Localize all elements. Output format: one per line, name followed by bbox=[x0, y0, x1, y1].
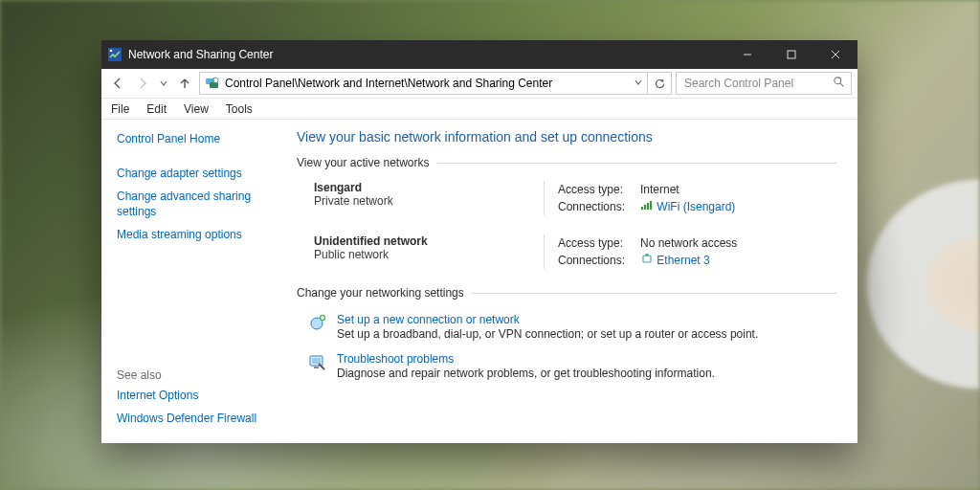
svg-point-9 bbox=[835, 78, 841, 84]
sidebar-home-link[interactable]: Control Panel Home bbox=[117, 131, 279, 146]
net1-access-value: Internet bbox=[640, 181, 679, 198]
sidebar-advanced-sharing-link[interactable]: Change advanced sharing settings bbox=[117, 189, 279, 219]
svg-rect-16 bbox=[646, 254, 649, 256]
search-input[interactable] bbox=[682, 76, 811, 91]
titlebar[interactable]: Network and Sharing Center bbox=[101, 40, 858, 69]
action-troubleshoot-title: Troubleshoot problems bbox=[337, 352, 715, 366]
section-rule bbox=[472, 293, 836, 294]
net1-connections-key: Connections: bbox=[558, 198, 633, 215]
vertical-divider bbox=[544, 234, 545, 269]
sidebar-internet-options-link[interactable]: Internet Options bbox=[117, 388, 279, 403]
net1-access-key: Access type: bbox=[558, 181, 633, 198]
network-2-name: Unidentified network bbox=[314, 234, 544, 248]
sidebar-firewall-link[interactable]: Windows Defender Firewall bbox=[117, 411, 279, 426]
wifi-signal-icon bbox=[640, 198, 654, 215]
svg-rect-23 bbox=[314, 367, 319, 368]
vertical-divider bbox=[544, 181, 545, 215]
sidebar: Control Panel Home Change adapter settin… bbox=[101, 120, 287, 443]
net2-connection-link[interactable]: Ethernet 3 bbox=[657, 254, 709, 267]
svg-line-10 bbox=[840, 83, 843, 86]
network-1-name: Isengard bbox=[314, 181, 544, 194]
action-troubleshoot-desc: Diagnose and repair network problems, or… bbox=[337, 367, 715, 380]
menu-view[interactable]: View bbox=[182, 100, 211, 118]
address-bar[interactable]: Control Panel\Network and Internet\Netwo… bbox=[199, 72, 648, 95]
change-settings-section-label: Change your networking settings bbox=[297, 286, 464, 300]
svg-rect-12 bbox=[644, 205, 646, 210]
minimize-button[interactable] bbox=[725, 40, 769, 69]
svg-rect-13 bbox=[647, 203, 649, 210]
troubleshoot-icon bbox=[308, 352, 327, 371]
network-center-icon bbox=[204, 76, 219, 91]
action-troubleshoot[interactable]: Troubleshoot problems Diagnose and repai… bbox=[297, 348, 836, 388]
net2-access-key: Access type: bbox=[558, 234, 633, 252]
search-box[interactable] bbox=[676, 72, 852, 95]
svg-rect-15 bbox=[643, 256, 651, 262]
menu-edit[interactable]: Edit bbox=[145, 100, 168, 118]
chevron-down-icon[interactable] bbox=[634, 77, 643, 90]
app-icon bbox=[107, 47, 122, 62]
maximize-button[interactable] bbox=[769, 40, 813, 69]
back-button[interactable] bbox=[107, 73, 128, 94]
sidebar-adapter-link[interactable]: Change adapter settings bbox=[117, 166, 279, 181]
menu-file[interactable]: File bbox=[109, 100, 131, 118]
setup-connection-icon bbox=[308, 313, 327, 332]
close-button[interactable] bbox=[813, 40, 858, 69]
search-icon bbox=[833, 76, 845, 91]
see-also-label: See also bbox=[117, 368, 279, 382]
refresh-button[interactable] bbox=[648, 72, 672, 95]
up-button[interactable] bbox=[174, 73, 195, 94]
action-setup-title: Set up a new connection or network bbox=[337, 313, 758, 326]
control-panel-window: Network and Sharing Center Control Panel… bbox=[101, 40, 858, 443]
svg-rect-3 bbox=[788, 51, 795, 58]
svg-point-1 bbox=[110, 50, 113, 53]
main-panel: View your basic network information and … bbox=[287, 120, 858, 443]
svg-rect-11 bbox=[641, 207, 643, 210]
ethernet-icon bbox=[640, 252, 654, 269]
svg-rect-22 bbox=[312, 358, 321, 364]
recent-locations-dropdown[interactable] bbox=[157, 73, 170, 94]
main-heading: View your basic network information and … bbox=[297, 129, 836, 145]
net1-connection-link[interactable]: WiFi (Isengard) bbox=[657, 200, 735, 213]
action-setup-desc: Set up a broadband, dial-up, or VPN conn… bbox=[337, 327, 758, 341]
net2-access-value: No network access bbox=[640, 234, 737, 252]
menu-bar: File Edit View Tools bbox=[101, 99, 858, 119]
network-block-2: Unidentified network Public network Acce… bbox=[297, 233, 836, 286]
action-setup-connection[interactable]: Set up a new connection or network Set u… bbox=[297, 309, 836, 348]
sidebar-media-streaming-link[interactable]: Media streaming options bbox=[117, 227, 279, 242]
network-2-type: Public network bbox=[314, 248, 544, 261]
window-title: Network and Sharing Center bbox=[128, 48, 273, 61]
forward-button[interactable] bbox=[132, 73, 153, 94]
address-toolbar: Control Panel\Network and Internet\Netwo… bbox=[101, 69, 858, 99]
net2-connections-key: Connections: bbox=[558, 252, 633, 269]
menu-tools[interactable]: Tools bbox=[224, 100, 255, 118]
section-rule bbox=[437, 163, 836, 164]
active-networks-section-label: View your active networks bbox=[297, 156, 430, 169]
network-block-1: Isengard Private network Access type: In… bbox=[297, 179, 836, 233]
address-path: Control Panel\Network and Internet\Netwo… bbox=[225, 77, 552, 90]
svg-rect-14 bbox=[650, 201, 652, 210]
network-1-type: Private network bbox=[314, 194, 544, 208]
